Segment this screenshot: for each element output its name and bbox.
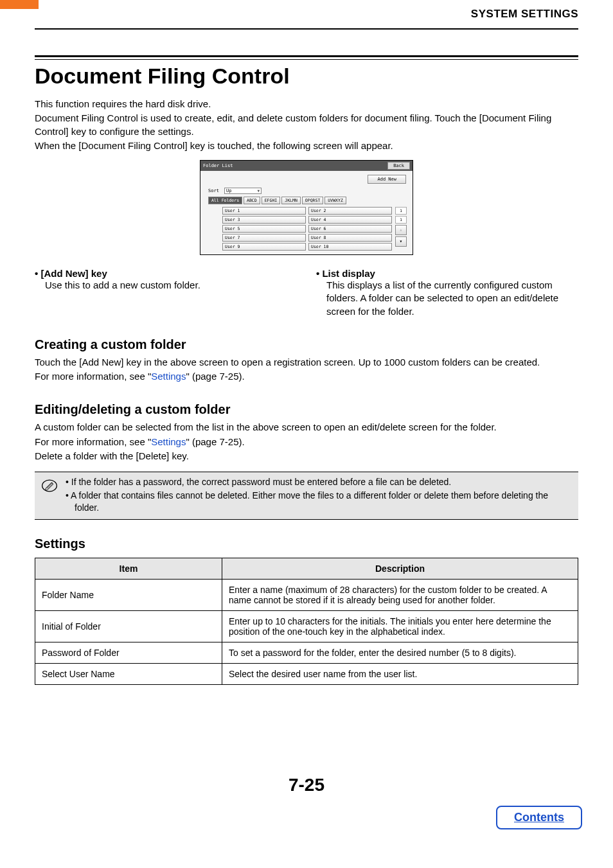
folder-item[interactable]: User 7	[222, 234, 306, 242]
tab-opqrst[interactable]: OPQRST	[302, 197, 323, 204]
folder-item[interactable]: User 3	[222, 216, 306, 224]
intro-p3: When the [Document Filing Control] key i…	[35, 139, 578, 152]
creating-p2b: " (page 7-25).	[186, 371, 244, 382]
tab-jklmn[interactable]: JKLMN	[281, 197, 301, 204]
editing-p1: A custom folder can be selected from the…	[35, 421, 578, 434]
page-title: Document Filing Control	[35, 64, 578, 89]
settings-table: Item Description Folder Name Enter a nam…	[35, 558, 578, 685]
feature-addnew-title: [Add New] key	[35, 268, 297, 279]
page-indicator-current: 1	[395, 207, 407, 215]
table-row: Password of Folder To set a password for…	[35, 642, 578, 663]
corner-accent	[0, 0, 39, 9]
cell-item: Folder Name	[35, 579, 222, 610]
folder-item[interactable]: User 9	[222, 243, 306, 251]
intro-p1: This function requires the hard disk dri…	[35, 98, 578, 111]
folder-item[interactable]: User 2	[308, 207, 392, 215]
folder-item[interactable]: User 4	[308, 216, 392, 224]
cell-item: Password of Folder	[35, 642, 222, 663]
tab-uvwxyz[interactable]: UVWXYZ	[324, 197, 346, 204]
scroll-up-button[interactable]: ▴	[395, 225, 407, 235]
note-1: If the folder has a password, the correc…	[66, 476, 572, 488]
settings-link[interactable]: Settings	[151, 371, 186, 382]
tab-efghi[interactable]: EFGHI	[262, 197, 281, 204]
folder-item[interactable]: User 8	[308, 234, 392, 242]
creating-heading: Creating a custom folder	[35, 337, 578, 352]
editing-p2a: For more information, see "	[35, 436, 151, 447]
title-rule-thin	[35, 59, 578, 60]
scroll-down-button[interactable]: ▾	[395, 236, 407, 247]
settings-heading: Settings	[35, 536, 578, 551]
editing-p3: Delete a folder with the [Delete] key.	[35, 450, 578, 463]
feature-list-desc: This displays a list of the currently co…	[326, 279, 578, 318]
intro-p2: Document Filing Control is used to creat…	[35, 112, 578, 138]
back-button[interactable]: Back	[387, 162, 410, 170]
add-new-button[interactable]: Add New	[368, 175, 406, 184]
page-number: 7-25	[35, 775, 578, 795]
sort-dropdown[interactable]: Up	[224, 188, 262, 194]
feature-addnew-desc: Use this to add a new custom folder.	[45, 279, 297, 292]
tab-all-folders[interactable]: All Folders	[208, 197, 242, 204]
cell-desc: Enter a name (maximum of 28 characters) …	[222, 579, 578, 610]
cell-desc: Enter up to 10 characters for the initia…	[222, 610, 578, 642]
note-box: If the folder has a password, the correc…	[35, 472, 578, 520]
tab-abcd[interactable]: ABCD	[244, 197, 260, 204]
feature-list-title: List display	[316, 268, 578, 279]
creating-p2a: For more information, see "	[35, 371, 151, 382]
cell-item: Initial of Folder	[35, 610, 222, 642]
folder-item[interactable]: User 6	[308, 225, 392, 233]
folder-list-screenshot: Folder List Back Add New Sort Up All Fol…	[200, 160, 413, 255]
title-rule-thick	[35, 55, 578, 57]
cell-item: Select User Name	[35, 663, 222, 684]
editing-heading: Editing/deleting a custom folder	[35, 402, 578, 417]
cell-desc: Select the desired user name from the us…	[222, 663, 578, 684]
note-2: A folder that contains files cannot be d…	[66, 490, 572, 514]
pencil-note-icon	[41, 479, 58, 493]
creating-p1: Touch the [Add New] key in the above scr…	[35, 356, 578, 369]
folder-item[interactable]: User 1	[222, 207, 306, 215]
contents-button[interactable]: Contents	[496, 806, 582, 829]
table-row: Initial of Folder Enter up to 10 charact…	[35, 610, 578, 642]
page-indicator-total: 1	[395, 216, 407, 224]
table-row: Select User Name Select the desired user…	[35, 663, 578, 684]
folder-item[interactable]: User 5	[222, 225, 306, 233]
creating-p2: For more information, see "Settings" (pa…	[35, 370, 578, 383]
screen-title: Folder List	[203, 163, 233, 168]
table-row: Folder Name Enter a name (maximum of 28 …	[35, 579, 578, 610]
editing-p2: For more information, see "Settings" (pa…	[35, 436, 578, 448]
th-item: Item	[35, 558, 222, 579]
editing-p2b: " (page 7-25).	[186, 436, 244, 447]
settings-link[interactable]: Settings	[151, 436, 186, 447]
th-desc: Description	[222, 558, 578, 579]
cell-desc: To set a password for the folder, enter …	[222, 642, 578, 663]
section-header: SYSTEM SETTINGS	[471, 8, 578, 20]
folder-item[interactable]: User 10	[308, 243, 392, 251]
sort-label: Sort	[208, 188, 219, 193]
